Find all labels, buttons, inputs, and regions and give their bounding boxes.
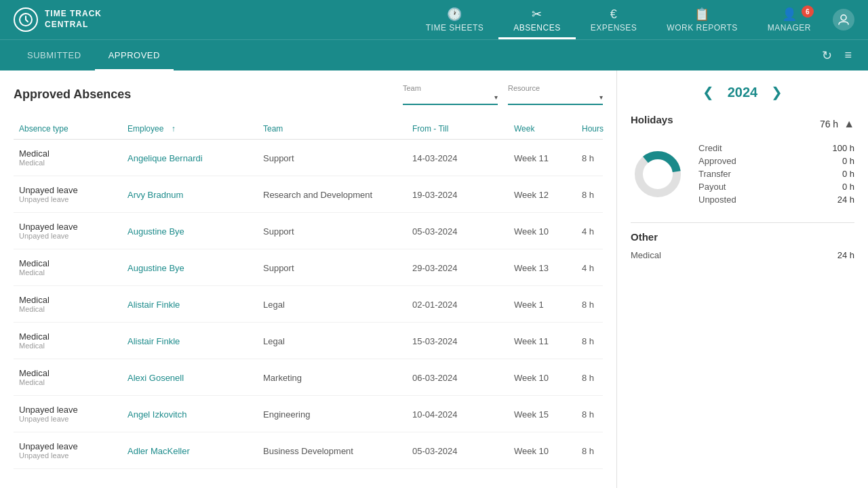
team-cell: Support (258, 258, 407, 277)
next-year-button[interactable]: ❯ (771, 84, 783, 100)
detail-approved: Approved 0 h (698, 155, 854, 167)
table-row: Medical Medical Augustine Bye Support 29… (14, 249, 603, 286)
week-cell: Week 15 (509, 405, 576, 424)
week-cell: Week 10 (509, 368, 576, 387)
other-medical-label: Medical (631, 250, 661, 260)
year-label: 2024 (728, 85, 758, 100)
team-filter: Team ▾ (403, 84, 498, 105)
table-row: Medical Medical Angelique Bernardi Suppo… (14, 140, 603, 176)
col-hours: Hours (576, 124, 617, 134)
hours-cell: 4 h (576, 222, 617, 241)
detail-unposted-label: Unposted (698, 195, 736, 205)
holidays-total: 76 h (820, 119, 838, 129)
nav-expenses[interactable]: € EXPENSES (576, 0, 652, 39)
team-filter-select[interactable]: ▾ (403, 94, 498, 105)
nav-absences[interactable]: ✂ ABSENCES (498, 0, 575, 39)
prev-year-button[interactable]: ❮ (703, 84, 714, 100)
nav-timesheets-label: TIME SHEETS (426, 23, 484, 33)
employee-cell: Angel Izkovitch (122, 405, 258, 424)
date-cell: 19-03-2024 (407, 185, 509, 204)
col-week: Week (509, 124, 576, 134)
nav-timesheets[interactable]: 🕐 TIME SHEETS (411, 0, 499, 39)
employee-cell: Alistair Finkle (122, 331, 258, 350)
resource-filter-label: Resource (508, 84, 603, 92)
nav-manager[interactable]: 👤 MANAGER 6 (753, 0, 826, 39)
resource-filter-select[interactable]: ▾ (508, 94, 603, 105)
svg-point-1 (841, 15, 846, 20)
detail-payout-label: Payout (698, 182, 726, 192)
resource-filter-arrow: ▾ (599, 94, 603, 101)
employee-cell: Augustine Bye (122, 222, 258, 241)
col-team: Team (258, 124, 407, 134)
sort-arrow: ↑ (166, 124, 181, 134)
table-row: Medical Medical Alistair Finkle Legal 02… (14, 286, 603, 323)
tab-approved[interactable]: APPROVED (95, 40, 174, 71)
logo: TIME TRACK CENTRAL (14, 7, 102, 32)
main-layout: Approved Absences Team ▾ Resource ▾ (0, 70, 868, 488)
table-row: Medical Medical Alistair Finkle Legal 15… (14, 323, 603, 359)
holidays-expand-button[interactable]: ▲ (844, 118, 854, 130)
hours-cell: 8 h (576, 441, 617, 460)
sub-navigation: SUBMITTED APPROVED ↻ ≡ (0, 39, 868, 70)
workreports-icon: 📋 (694, 7, 710, 22)
other-title: Other (631, 231, 658, 243)
sub-nav-tabs: SUBMITTED APPROVED (14, 40, 819, 71)
table-row: Unpayed leave Unpayed leave Augustine By… (14, 213, 603, 249)
refresh-button[interactable]: ↻ (819, 45, 835, 66)
nav-workreports[interactable]: 📋 WORK REPORTS (652, 0, 752, 39)
team-cell: Marketing (258, 368, 407, 387)
team-cell: Support (258, 148, 407, 167)
expenses-icon: € (610, 7, 618, 22)
absence-type-cell: Medical Medical (14, 327, 122, 354)
table-row: Unpayed leave Unpayed leave Adler MacKel… (14, 432, 603, 469)
detail-transfer: Transfer 0 h (698, 167, 854, 180)
detail-credit: Credit 100 h (698, 142, 854, 155)
team-cell: Support (258, 222, 407, 241)
user-avatar[interactable] (833, 9, 854, 30)
team-cell: Legal (258, 295, 407, 314)
filters: Team ▾ Resource ▾ (403, 84, 603, 105)
absence-type-cell: Medical Medical (14, 291, 122, 317)
team-cell: Legal (258, 331, 407, 350)
absence-type-cell: Unpayed leave Unpayed leave (14, 181, 122, 207)
nav-absences-label: ABSENCES (513, 23, 560, 33)
detail-credit-value: 100 h (832, 143, 854, 153)
holidays-details: Credit 100 h Approved 0 h Transfer 0 h P… (698, 142, 854, 206)
table-row: Medical Medical Alexi Gosenell Marketing… (14, 359, 603, 396)
detail-unposted-value: 24 h (837, 195, 854, 205)
date-cell: 05-03-2024 (407, 441, 509, 460)
other-medical-row: Medical 24 h (631, 248, 854, 262)
col-from-till: From - Till (407, 124, 509, 134)
col-employee[interactable]: Employee ↑ (122, 124, 258, 134)
week-cell: Week 13 (509, 258, 576, 277)
date-cell: 05-03-2024 (407, 222, 509, 241)
detail-credit-label: Credit (698, 143, 722, 153)
tab-submitted[interactable]: SUBMITTED (14, 40, 95, 71)
team-cell: Research and Development (258, 185, 407, 204)
absence-type-cell: Unpayed leave Unpayed leave (14, 437, 122, 464)
absences-icon: ✂ (532, 7, 542, 22)
team-filter-arrow: ▾ (494, 94, 498, 101)
date-cell: 02-01-2024 (407, 295, 509, 314)
team-cell: Engineering (258, 405, 407, 424)
holidays-content: Credit 100 h Approved 0 h Transfer 0 h P… (631, 142, 854, 206)
detail-payout: Payout 0 h (698, 180, 854, 193)
hours-cell: 4 h (576, 258, 617, 277)
employee-cell: Augustine Bye (122, 258, 258, 277)
week-cell: Week 1 (509, 295, 576, 314)
employee-cell: Alexi Gosenell (122, 368, 258, 387)
year-navigation: ❮ 2024 ❯ (631, 84, 854, 100)
left-panel: Approved Absences Team ▾ Resource ▾ (0, 70, 617, 488)
menu-button[interactable]: ≡ (842, 45, 854, 65)
hours-cell: 8 h (576, 368, 617, 387)
date-cell: 29-03-2024 (407, 258, 509, 277)
week-cell: Week 11 (509, 331, 576, 350)
logo-text: TIME TRACK CENTRAL (45, 9, 102, 30)
date-cell: 15-03-2024 (407, 331, 509, 350)
hours-cell: 8 h (576, 405, 617, 424)
panel-header: Approved Absences Team ▾ Resource ▾ (14, 84, 603, 105)
absence-type-cell: Medical Medical (14, 254, 122, 281)
holidays-title: Holidays (631, 114, 673, 125)
right-panel: ❮ 2024 ❯ Holidays 76 h ▲ (617, 70, 868, 488)
nav-workreports-label: WORK REPORTS (667, 23, 737, 33)
